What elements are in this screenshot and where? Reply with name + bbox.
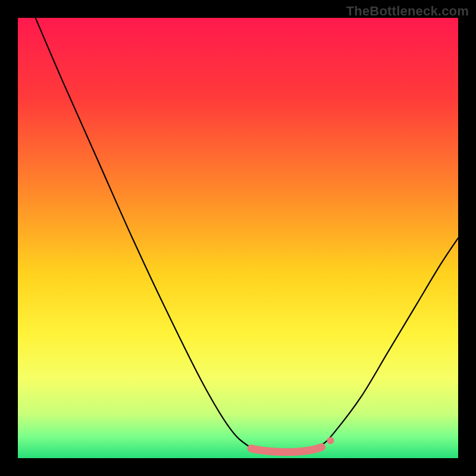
bottleneck-chart [18,18,458,458]
gradient-background [18,18,458,458]
chart-frame: TheBottleneck.com [0,0,476,476]
marker-dot [327,437,334,444]
watermark-text: TheBottleneck.com [346,4,469,19]
plot-area [18,18,458,458]
